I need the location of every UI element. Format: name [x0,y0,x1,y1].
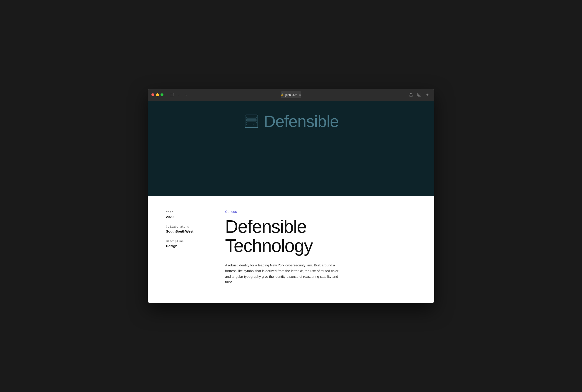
forward-icon[interactable]: › [183,92,189,98]
close-button[interactable] [151,93,154,96]
svg-rect-8 [246,124,253,125]
back-icon[interactable]: ‹ [176,92,182,98]
info-section: Year 2020 Collaborators SouthSouthWest D… [148,196,434,303]
sidebar-toggle-icon[interactable] [168,92,175,98]
svg-rect-5 [246,117,256,118]
nav-buttons: ‹ › [168,92,189,98]
new-tab-icon[interactable] [416,92,422,98]
project-description: A robust identity for a leading New York… [225,262,343,285]
toolbar-right: + [408,92,431,98]
project-main-content: Curious Defensible Technology A robust i… [225,210,416,285]
discipline-label: Discipline [166,240,211,243]
project-title-line1: Defensible [225,216,307,237]
collaborators-value: SouthSouthWest [166,230,211,233]
browser-chrome: ‹ › 🔒 joshua.to ↻ + [148,89,434,100]
brand-logo: Defensible [243,112,339,130]
collaborators-label: Collaborators [166,225,211,228]
address-bar[interactable]: 🔒 joshua.to ↻ [281,91,301,98]
project-sidebar: Year 2020 Collaborators SouthSouthWest D… [166,210,211,285]
svg-rect-7 [246,122,256,123]
svg-rect-2 [418,93,421,96]
page-content: Defensible Year 2020 Collaborators South… [148,100,434,303]
hero-section: Defensible [148,100,434,196]
url-text: joshua.to [285,93,297,96]
project-tag[interactable]: Curious [225,210,416,214]
svg-rect-4 [245,115,258,128]
svg-rect-0 [170,93,173,96]
minimize-button[interactable] [156,93,159,96]
year-label: Year [166,210,211,214]
discipline-value: Design [166,244,211,248]
traffic-lights [151,93,163,96]
logo-icon [243,113,260,130]
year-value: 2020 [166,215,211,219]
project-title: Defensible Technology [225,217,416,255]
add-tab-icon[interactable]: + [424,92,431,98]
lock-icon: 🔒 [281,93,284,96]
share-icon[interactable] [408,92,414,98]
svg-rect-6 [246,120,256,120]
browser-window: ‹ › 🔒 joshua.to ↻ + [148,89,434,303]
collaborators-link[interactable]: SouthSouthWest [166,230,193,233]
reload-icon[interactable]: ↻ [299,93,301,96]
svg-rect-3 [418,94,420,96]
maximize-button[interactable] [160,93,163,96]
brand-name: Defensible [264,112,339,130]
project-title-line2: Technology [225,236,313,256]
